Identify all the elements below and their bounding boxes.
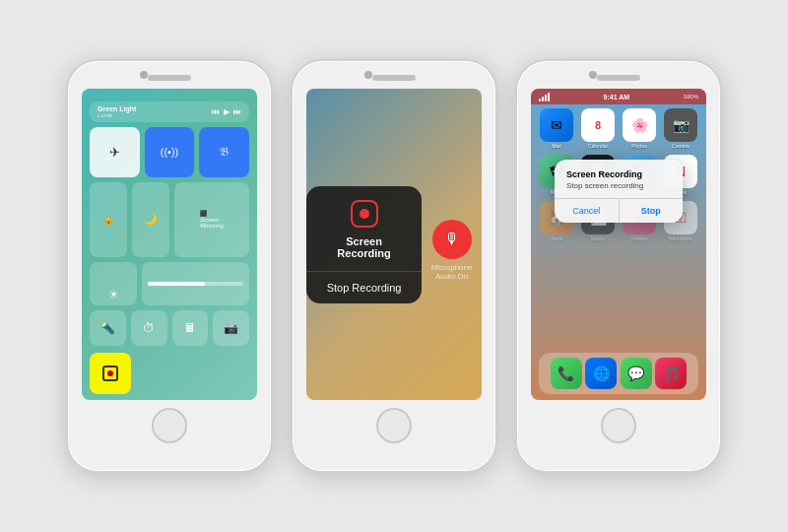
- popup-title: Screen Recording: [318, 235, 410, 259]
- calendar-icon: 8: [581, 108, 615, 142]
- screen-mirroring-button[interactable]: ⬛ScreenMirroring: [174, 182, 249, 257]
- bottom-row: 🔦 ⏱ 🖩 📷: [90, 310, 249, 347]
- home-button-1[interactable]: [152, 408, 187, 443]
- mail-icon: ✉: [540, 108, 573, 142]
- airplane-mode-toggle[interactable]: ✈: [90, 127, 140, 177]
- brightness-slider[interactable]: ☀: [90, 262, 137, 305]
- home-label: Home: [550, 235, 562, 241]
- prev-button[interactable]: ⏮: [212, 107, 220, 116]
- photos-label: Photos: [631, 143, 647, 149]
- home-button-3[interactable]: [601, 408, 636, 443]
- microphone-button[interactable]: 🎙: [432, 220, 472, 259]
- do-not-disturb-toggle[interactable]: 🌙: [132, 182, 169, 257]
- alert-message: Stop screen recording: [566, 181, 671, 190]
- stop-recording-button[interactable]: Stop Recording: [306, 272, 422, 303]
- dock-safari[interactable]: 🌐: [585, 358, 617, 389]
- home-button-2[interactable]: [376, 408, 412, 443]
- utility-row: 🔒 🌙 ⬛ScreenMirroring: [90, 182, 249, 257]
- next-button[interactable]: ⏭: [233, 107, 241, 116]
- mic-label: Microphone Audio On: [422, 263, 482, 281]
- iphone-2: Screen Recording Stop Recording 🎙 Microp…: [291, 59, 497, 473]
- photos-icon: 🌸: [623, 108, 656, 142]
- front-camera-2: [364, 71, 372, 79]
- now-playing-info: Green Light Lorde: [98, 105, 206, 118]
- network-row: ✈ ((•)) 𝔅: [90, 127, 249, 177]
- screen-1: Green Light Lorde ⏮ ▶ ⏭ ✈ ((•)) 𝔅 🔒 🌙: [82, 89, 257, 400]
- screen-record-button[interactable]: [90, 353, 131, 394]
- fitness-label: Fitness: [631, 235, 647, 241]
- app-photos[interactable]: 🌸 Photos: [622, 108, 657, 149]
- iphone-3: 9:41 AM 100% ✉ Mail 8 Calendar 🌸 Photos …: [515, 59, 722, 473]
- flashlight-button[interactable]: 🔦: [90, 310, 126, 347]
- dock-music[interactable]: 🎵: [655, 358, 687, 389]
- track-artist: Lorde: [98, 112, 206, 118]
- track-title: Green Light: [98, 105, 206, 112]
- volume-fill: [148, 282, 205, 286]
- iphone-1: Green Light Lorde ⏮ ▶ ⏭ ✈ ((•)) 𝔅 🔒 🌙: [66, 59, 273, 473]
- alert-buttons: Cancel Stop: [555, 199, 683, 223]
- front-camera-3: [589, 71, 597, 79]
- now-playing-widget[interactable]: Green Light Lorde ⏮ ▶ ⏭: [90, 101, 249, 122]
- stocks-label: Stocks: [590, 235, 605, 241]
- record-icon: [102, 366, 118, 381]
- mail-label: Mail: [552, 143, 560, 149]
- rotation-lock-toggle[interactable]: 🔒: [90, 182, 127, 257]
- alert-title: Screen Recording: [566, 169, 671, 179]
- status-time: 9:41 AM: [604, 94, 630, 100]
- signal-indicator: [539, 93, 550, 101]
- alert-body: Screen Recording Stop screen recording: [555, 160, 683, 198]
- mic-section: 🎙 Microphone Audio On: [422, 220, 482, 281]
- app-calendar[interactable]: 8 Calendar: [580, 108, 616, 149]
- calendar-label: Calendar: [588, 143, 608, 149]
- camera-icon: 📷: [664, 108, 697, 142]
- screen-recording-alert: Screen Recording Stop screen recording C…: [555, 160, 683, 223]
- volume-track: [148, 282, 243, 286]
- speaker-3: [597, 75, 640, 81]
- record-row: [90, 351, 249, 394]
- timer-button[interactable]: ⏱: [131, 310, 167, 347]
- camera-label: Camera: [672, 143, 690, 149]
- screen-2: Screen Recording Stop Recording 🎙 Microp…: [306, 89, 482, 400]
- playback-controls[interactable]: ⏮ ▶ ⏭: [212, 107, 241, 116]
- volume-slider[interactable]: [142, 262, 249, 305]
- alert-stop-button[interactable]: Stop: [620, 199, 684, 223]
- app-camera[interactable]: 📷 Camera: [663, 108, 698, 149]
- play-button[interactable]: ▶: [224, 107, 230, 116]
- stop-recording-popup: Screen Recording Stop Recording: [306, 186, 422, 303]
- control-center: Green Light Lorde ⏮ ▶ ⏭ ✈ ((•)) 𝔅 🔒 🌙: [90, 97, 249, 392]
- front-camera-1: [140, 71, 148, 79]
- dock-phone[interactable]: 📞: [551, 358, 582, 389]
- app-mail[interactable]: ✉ Mail: [539, 108, 574, 149]
- sliders-row: ☀: [90, 262, 249, 305]
- dock-messages[interactable]: 💬: [621, 358, 652, 389]
- camera-button[interactable]: 📷: [213, 310, 249, 347]
- battery-indicator: 100%: [684, 94, 698, 100]
- calculator-button[interactable]: 🖩: [172, 310, 209, 347]
- wifi-toggle[interactable]: ((•)): [145, 127, 195, 177]
- status-bar: 9:41 AM 100%: [531, 89, 706, 104]
- speaker-1: [148, 75, 191, 81]
- recording-icon: [351, 200, 378, 228]
- reminders-label: Reminders: [669, 235, 692, 241]
- bluetooth-toggle[interactable]: 𝔅: [199, 127, 249, 177]
- speaker-2: [372, 75, 416, 81]
- screen-3: 9:41 AM 100% ✉ Mail 8 Calendar 🌸 Photos …: [531, 89, 706, 400]
- alert-cancel-button[interactable]: Cancel: [555, 199, 619, 223]
- popup-top: Screen Recording: [306, 186, 422, 271]
- app-dock: 📞 🌐 💬 🎵: [539, 353, 698, 394]
